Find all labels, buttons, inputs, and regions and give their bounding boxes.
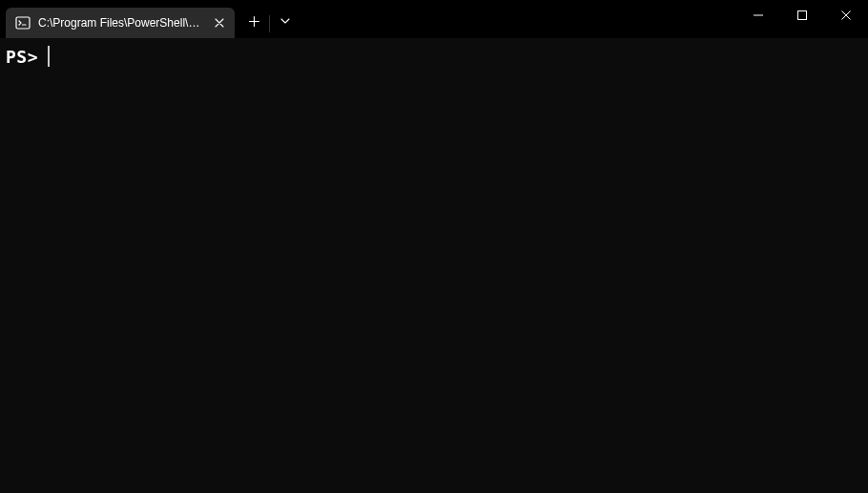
close-icon: [215, 18, 224, 28]
terminal-icon: [15, 15, 31, 31]
minimize-icon: [754, 10, 763, 20]
chevron-down-icon: [280, 18, 290, 24]
minimize-button[interactable]: [736, 0, 780, 31]
tab-close-button[interactable]: [212, 15, 227, 31]
prompt-line: PS>: [6, 46, 862, 67]
new-tab-button[interactable]: [238, 6, 269, 36]
titlebar: C:\Program Files\PowerShell\7\pwsh.exe: [0, 0, 868, 38]
svg-rect-3: [798, 11, 807, 20]
maximize-button[interactable]: [780, 0, 824, 31]
tab-title: C:\Program Files\PowerShell\7\pwsh.exe: [38, 16, 206, 30]
text-cursor: [48, 46, 50, 67]
maximize-icon: [797, 10, 807, 20]
window-controls: [736, 0, 868, 31]
plus-icon: [249, 16, 259, 27]
terminal-body[interactable]: PS>: [0, 38, 868, 493]
tab-powershell[interactable]: C:\Program Files\PowerShell\7\pwsh.exe: [6, 8, 235, 38]
tab-dropdown-button[interactable]: [270, 6, 300, 36]
prompt-text: PS>: [6, 47, 38, 67]
tabs-area: C:\Program Files\PowerShell\7\pwsh.exe: [0, 0, 300, 38]
svg-rect-0: [16, 17, 30, 29]
close-window-button[interactable]: [824, 0, 868, 31]
tab-actions: [238, 0, 300, 38]
close-icon: [841, 10, 851, 20]
